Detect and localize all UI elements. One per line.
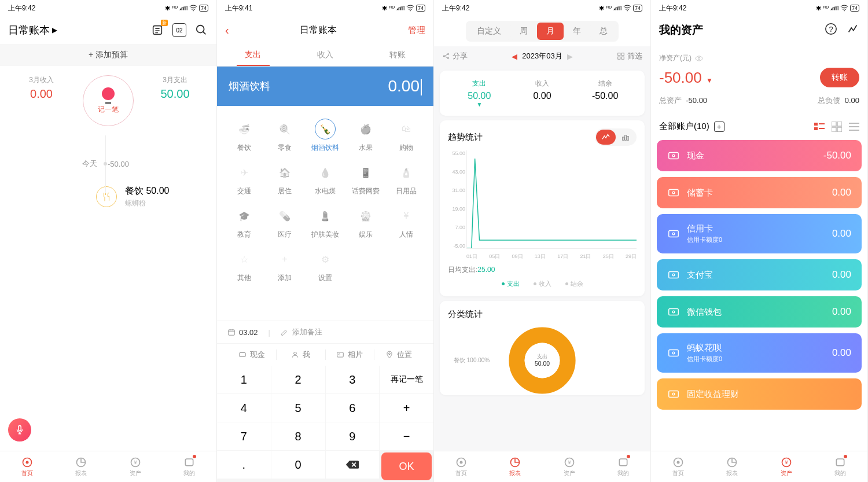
category-教育[interactable]: 🎓教育 [224, 202, 264, 243]
list-icon[interactable]: 新 [150, 23, 164, 37]
account-card-现金[interactable]: 现金-50.00 [657, 140, 862, 171]
nav-reports[interactable]: 报表 [54, 451, 109, 482]
legend-income[interactable]: 收入 [534, 279, 551, 288]
key-8[interactable]: 8 [271, 422, 325, 450]
photo-button[interactable]: 相片 [326, 349, 375, 360]
tab-custom[interactable]: 自定义 [468, 23, 510, 40]
category-娱乐[interactable]: 🎡娱乐 [345, 202, 386, 243]
chart-bar-toggle[interactable] [616, 130, 635, 145]
help-icon[interactable]: ? [825, 23, 837, 38]
category-护肤美妆[interactable]: 💄护肤美妆 [305, 202, 345, 243]
nav-assets[interactable]: ¥资产 [108, 451, 163, 482]
nav-assets[interactable]: ¥资产 [759, 451, 814, 482]
category-交通[interactable]: ✈交通 [224, 159, 264, 200]
key-.[interactable]: . [217, 451, 271, 479]
share-button[interactable]: 分享 [442, 51, 468, 61]
nav-home[interactable]: 首页 [434, 451, 488, 482]
nav-reports[interactable]: 报表 [488, 451, 543, 482]
tab-month[interactable]: 月 [537, 23, 564, 40]
key-0[interactable]: 0 [271, 451, 325, 479]
key-7[interactable]: 7 [217, 422, 271, 450]
key-4[interactable]: 4 [217, 394, 271, 422]
nav-mine[interactable]: 我的 [163, 451, 217, 482]
tab-transfer[interactable]: 转账 [361, 44, 433, 66]
nav-reports[interactable]: 报表 [705, 451, 760, 482]
view-list-icon[interactable] [849, 122, 859, 132]
date-selector[interactable]: ◀2023年03月▶ [512, 51, 572, 61]
nav-home[interactable]: 首页 [0, 451, 54, 482]
add-account-button[interactable]: + [714, 122, 724, 132]
back-button[interactable]: ‹ [225, 24, 229, 37]
legend-expense[interactable]: 支出 [502, 279, 520, 288]
account-card-储蓄卡[interactable]: 储蓄卡0.00 [657, 177, 862, 208]
ok-button[interactable]: OK [381, 452, 432, 480]
category-零食[interactable]: 🍭零食 [264, 115, 305, 156]
month-expense[interactable]: 3月支出 50.00 [134, 75, 216, 126]
key-5[interactable]: 5 [271, 394, 325, 422]
category-设置[interactable]: ⚙设置 [305, 245, 345, 286]
account-card-微信钱包[interactable]: 微信钱包0.00 [657, 296, 862, 328]
category-烟酒饮料[interactable]: 🍾烟酒饮料 [305, 115, 345, 156]
nav-home[interactable]: 首页 [651, 451, 705, 482]
category-居住[interactable]: 🏠居住 [264, 159, 305, 200]
category-人情[interactable]: ¥人情 [386, 202, 426, 243]
key-+[interactable]: + [380, 394, 433, 422]
ledger-title[interactable]: 日常账本▶ [8, 23, 57, 37]
stat-支出[interactable]: 支出50.00▼ [448, 79, 511, 108]
add-budget-button[interactable]: + 添加预算 [0, 44, 216, 66]
transaction-item[interactable]: 餐饮 50.00 螺蛳粉 [96, 185, 193, 208]
key-9[interactable]: 9 [326, 422, 380, 450]
key-2[interactable]: 2 [271, 366, 325, 393]
search-icon[interactable] [194, 23, 208, 37]
category-医疗[interactable]: 💊医疗 [264, 202, 305, 243]
account-card-固定收益理财[interactable]: 固定收益理财 [657, 378, 862, 410]
account-card-信用卡[interactable]: 信用卡信用卡额度00.00 [657, 214, 862, 253]
transfer-button[interactable]: 转账 [820, 68, 859, 87]
nav-mine[interactable]: 我的 [597, 451, 651, 482]
tab-total[interactable]: 总 [590, 23, 617, 40]
nav-mine[interactable]: 我的 [814, 451, 868, 482]
date-picker[interactable]: 03.02 [227, 328, 258, 337]
chart-line-toggle[interactable] [596, 130, 616, 145]
key-−[interactable]: − [380, 422, 433, 450]
amount-input-bar[interactable]: 烟酒饮料 0.00 [217, 67, 433, 106]
manage-button[interactable]: 管理 [408, 25, 425, 36]
category-餐饮[interactable]: 🍜餐饮 [224, 115, 264, 156]
category-话费网费[interactable]: 📱话费网费 [345, 159, 386, 200]
legend-balance[interactable]: 结余 [565, 279, 583, 288]
category-购物[interactable]: 🛍购物 [386, 115, 426, 156]
tab-year[interactable]: 年 [564, 23, 590, 40]
key-3[interactable]: 3 [326, 366, 380, 393]
account-card-支付宝[interactable]: 支付宝0.00 [657, 259, 862, 290]
trend-chart[interactable]: 55.0043.0031.0019.007.00-5.00 01日05日09日1… [448, 150, 637, 260]
key-6[interactable]: 6 [326, 394, 380, 422]
stat-收入[interactable]: 收入0.00 [511, 79, 574, 108]
category-水果[interactable]: 🍎水果 [345, 115, 386, 156]
category-水电煤[interactable]: 💧水电煤 [305, 159, 345, 200]
stat-结余[interactable]: 结余-50.00 [573, 79, 637, 108]
memo-button[interactable]: 添加备注 [281, 327, 322, 337]
filter-button[interactable]: 筛选 [617, 51, 642, 61]
voice-record-button[interactable] [8, 418, 31, 441]
month-income[interactable]: 3月收入 0.00 [0, 75, 83, 126]
chart-icon[interactable] [847, 23, 859, 38]
donut-chart[interactable]: 餐饮 100.00% 支出50.00 [448, 326, 637, 395]
tab-expense[interactable]: 支出 [217, 44, 289, 66]
category-添加[interactable]: +添加 [264, 245, 305, 286]
record-button[interactable]: 记一笔 [83, 75, 134, 126]
account-card-蚂蚁花呗[interactable]: 蚂蚁花呗信用卡额度00.00 [657, 333, 862, 373]
view-card-icon[interactable] [814, 122, 825, 132]
calendar-icon[interactable]: 02 [172, 23, 186, 37]
tab-income[interactable]: 收入 [289, 44, 362, 66]
tab-week[interactable]: 周 [510, 23, 537, 40]
key-1[interactable]: 1 [217, 366, 271, 393]
location-button[interactable]: 位置 [374, 349, 423, 360]
nav-assets[interactable]: ¥资产 [542, 451, 597, 482]
view-grid-icon[interactable] [832, 122, 842, 132]
category-其他[interactable]: ☆其他 [224, 245, 264, 286]
account-picker[interactable]: 现金 [227, 349, 277, 360]
category-日用品[interactable]: 🧴日用品 [386, 159, 426, 200]
record-again-key[interactable]: 再记一笔 [380, 366, 433, 393]
member-picker[interactable]: 我 [277, 349, 326, 360]
backspace-key[interactable] [326, 451, 380, 479]
